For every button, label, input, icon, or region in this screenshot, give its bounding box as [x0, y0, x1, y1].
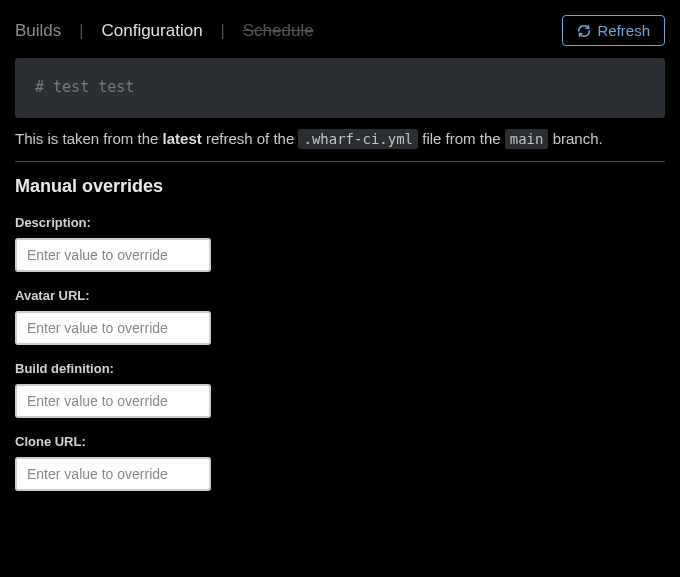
config-info-text: This is taken from the latest refresh of…: [15, 130, 665, 147]
info-mid2: file from the: [418, 130, 505, 147]
build-definition-label: Build definition:: [15, 361, 665, 376]
info-latest: latest: [163, 130, 202, 147]
tab-configuration[interactable]: Configuration: [101, 21, 202, 41]
form-group-build-definition: Build definition:: [15, 361, 665, 418]
clone-url-input[interactable]: [15, 457, 211, 491]
info-prefix: This is taken from the: [15, 130, 163, 147]
code-content: # test test: [35, 78, 134, 96]
config-code-block: # test test: [15, 58, 665, 118]
tab-bar: Builds | Configuration | Schedule: [15, 21, 314, 41]
clone-url-label: Clone URL:: [15, 434, 665, 449]
info-mid1: refresh of the: [202, 130, 299, 147]
build-definition-input[interactable]: [15, 384, 211, 418]
tab-schedule: Schedule: [243, 21, 314, 41]
form-group-description: Description:: [15, 215, 665, 272]
info-suffix: branch.: [548, 130, 602, 147]
form-group-clone-url: Clone URL:: [15, 434, 665, 491]
section-divider: [15, 161, 665, 162]
config-filename: .wharf-ci.yml: [298, 129, 418, 149]
tab-separator: |: [79, 22, 83, 40]
refresh-icon: [577, 24, 591, 38]
manual-overrides-heading: Manual overrides: [15, 176, 665, 197]
description-label: Description:: [15, 215, 665, 230]
refresh-label: Refresh: [597, 22, 650, 39]
top-row: Builds | Configuration | Schedule Refres…: [15, 15, 665, 46]
avatar-url-label: Avatar URL:: [15, 288, 665, 303]
refresh-button[interactable]: Refresh: [562, 15, 665, 46]
branch-name: main: [505, 129, 549, 149]
form-group-avatar-url: Avatar URL:: [15, 288, 665, 345]
tab-separator: |: [221, 22, 225, 40]
avatar-url-input[interactable]: [15, 311, 211, 345]
tab-builds[interactable]: Builds: [15, 21, 61, 41]
description-input[interactable]: [15, 238, 211, 272]
